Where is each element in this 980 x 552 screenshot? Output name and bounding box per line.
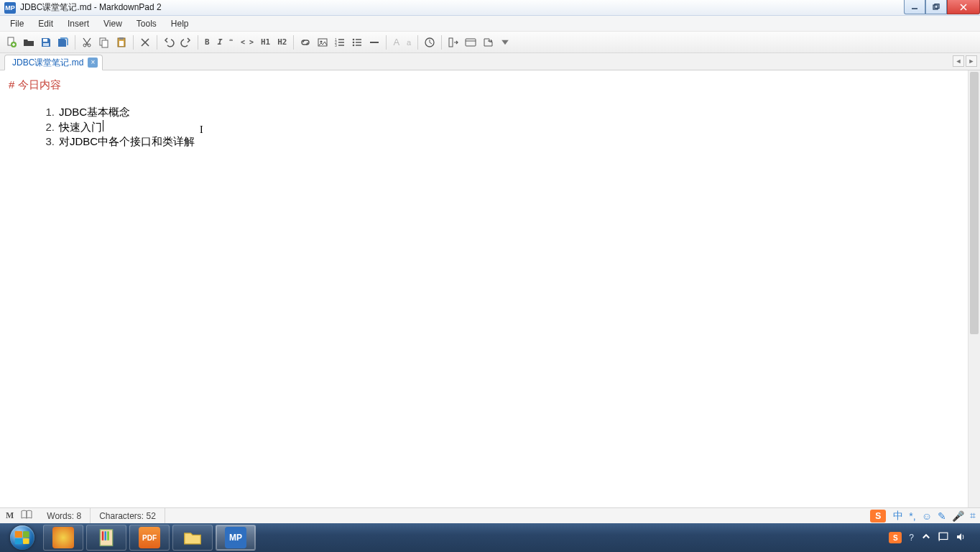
words-value: 8 bbox=[76, 511, 81, 521]
toolbar-separator bbox=[386, 35, 387, 50]
toolbar: B I ❝ < > H1 H2 123 A a bbox=[0, 32, 980, 53]
timestamp-button[interactable] bbox=[422, 34, 438, 50]
start-button[interactable] bbox=[3, 523, 42, 552]
tray-flag-icon[interactable] bbox=[938, 532, 948, 544]
ime-punct-button[interactable]: *, bbox=[909, 510, 915, 522]
ime-voice-button[interactable]: 🎤 bbox=[952, 510, 964, 522]
markdown-mode-icon[interactable]: M bbox=[6, 510, 14, 521]
minimize-button[interactable] bbox=[904, 0, 925, 14]
chars-value: 52 bbox=[147, 511, 156, 521]
tray-arrow-icon[interactable] bbox=[921, 532, 931, 544]
ime-lang-button[interactable]: 中 bbox=[893, 510, 903, 523]
list-item: 2. 快速入门 bbox=[33, 120, 971, 134]
svg-rect-10 bbox=[43, 43, 49, 46]
tray-volume-icon[interactable] bbox=[956, 532, 966, 544]
delete-button[interactable] bbox=[137, 34, 153, 50]
link-button[interactable] bbox=[297, 34, 313, 50]
menu-tools[interactable]: Tools bbox=[129, 17, 164, 30]
code-button[interactable]: < > bbox=[238, 34, 256, 50]
hr-button[interactable] bbox=[366, 34, 382, 50]
new-file-button[interactable] bbox=[4, 34, 19, 50]
list-number: 1. bbox=[33, 105, 55, 119]
undo-button[interactable] bbox=[161, 34, 177, 50]
menu-edit[interactable]: Edit bbox=[31, 17, 60, 30]
svg-rect-47 bbox=[939, 533, 948, 539]
words-label: Words: bbox=[47, 511, 74, 521]
h2-button[interactable]: H2 bbox=[274, 34, 290, 50]
list-number: 2. bbox=[33, 120, 55, 134]
ime-emoji-button[interactable]: ☺ bbox=[922, 510, 932, 522]
h1-button[interactable]: H1 bbox=[258, 34, 273, 50]
toolbar-separator bbox=[133, 35, 134, 50]
editor-area[interactable]: # 今日内容 1. JDBC基本概念 2. 快速入门 3. 对JDBC中各个接口… bbox=[0, 70, 980, 507]
menu-insert[interactable]: Insert bbox=[60, 17, 96, 30]
tab-scroll-right[interactable]: ► bbox=[966, 55, 977, 67]
taskbar-item-markdownpad[interactable]: MP bbox=[216, 525, 256, 551]
preview-browser-button[interactable] bbox=[463, 34, 479, 50]
menu-file[interactable]: File bbox=[3, 17, 31, 30]
sogou-ime-icon[interactable]: S bbox=[870, 510, 886, 523]
dropdown-icon[interactable] bbox=[497, 34, 513, 50]
cut-button[interactable] bbox=[79, 34, 95, 50]
heading-prefix: # bbox=[9, 78, 18, 91]
svg-rect-45 bbox=[105, 531, 107, 540]
list-number: 3. bbox=[33, 134, 55, 149]
book-icon[interactable] bbox=[21, 510, 32, 522]
taskbar-item-explorer[interactable] bbox=[172, 525, 213, 551]
bold-button[interactable]: B bbox=[202, 34, 213, 50]
toolbar-separator bbox=[441, 35, 442, 50]
paste-button[interactable] bbox=[114, 34, 129, 50]
menubar: File Edit Insert View Tools Help bbox=[0, 16, 980, 32]
ime-handwrite-button[interactable]: ✎ bbox=[938, 510, 946, 522]
list-item: 3. 对JDBC中各个接口和类详解 bbox=[33, 134, 971, 149]
tray-sogou-icon[interactable]: S bbox=[889, 532, 902, 543]
svg-rect-46 bbox=[107, 531, 109, 540]
svg-line-39 bbox=[430, 42, 432, 44]
statusbar: M Words: 8 Characters: 52 S 中 *, ☺ ✎ 🎤 ⌗ bbox=[0, 507, 980, 523]
svg-point-31 bbox=[353, 41, 355, 43]
tray-help-icon[interactable]: ? bbox=[909, 533, 914, 543]
taskbar-item-pdf[interactable]: PDF bbox=[129, 525, 170, 551]
save-button[interactable] bbox=[38, 34, 54, 50]
app-icon: MP bbox=[4, 2, 16, 14]
copy-button[interactable] bbox=[96, 34, 112, 50]
maximize-button[interactable] bbox=[925, 0, 947, 14]
taskbar-item-paint[interactable] bbox=[86, 525, 126, 551]
tab-close-button[interactable]: × bbox=[88, 58, 98, 68]
italic-button[interactable]: I bbox=[214, 34, 225, 50]
heading-text: 今日内容 bbox=[18, 78, 61, 91]
scrollbar-thumb[interactable] bbox=[970, 72, 979, 334]
ime-keyboard-button[interactable]: ⌗ bbox=[970, 510, 976, 522]
redo-button[interactable] bbox=[178, 34, 194, 50]
export-button[interactable] bbox=[480, 34, 496, 50]
toolbar-separator bbox=[417, 35, 418, 50]
taskbar: PDF MP S ? bbox=[0, 523, 980, 552]
taskbar-item-app1[interactable] bbox=[43, 525, 83, 551]
quote-button[interactable]: ❝ bbox=[226, 34, 236, 50]
svg-rect-9 bbox=[43, 39, 47, 42]
scrollbar[interactable] bbox=[968, 70, 980, 507]
font-decrease-button[interactable]: a bbox=[404, 34, 414, 50]
chars-cell: Characters: 52 bbox=[91, 508, 165, 523]
menu-help[interactable]: Help bbox=[164, 17, 196, 30]
text-cursor bbox=[103, 120, 103, 132]
tab-active[interactable]: JDBC课堂笔记.md × bbox=[4, 55, 103, 70]
ordered-list-button[interactable]: 123 bbox=[332, 34, 348, 50]
save-all-button[interactable] bbox=[55, 34, 71, 50]
list: 1. JDBC基本概念 2. 快速入门 3. 对JDBC中各个接口和类详解 bbox=[33, 105, 971, 149]
unordered-list-button[interactable] bbox=[349, 34, 365, 50]
toggle-preview-button[interactable] bbox=[445, 34, 461, 50]
tab-scroll-left[interactable]: ◄ bbox=[953, 55, 964, 67]
image-button[interactable] bbox=[315, 34, 330, 50]
svg-rect-40 bbox=[449, 38, 453, 47]
font-increase-button[interactable]: A bbox=[390, 34, 402, 50]
open-file-button[interactable] bbox=[21, 34, 37, 50]
menu-view[interactable]: View bbox=[96, 17, 129, 30]
ibeam-icon: I bbox=[200, 124, 203, 137]
close-button[interactable] bbox=[947, 0, 980, 14]
toolbar-separator bbox=[157, 35, 157, 50]
svg-rect-41 bbox=[466, 39, 476, 46]
toolbar-separator bbox=[75, 35, 75, 50]
tabstrip: JDBC课堂笔记.md × ◄ ► bbox=[0, 53, 980, 70]
toolbar-separator bbox=[293, 35, 294, 50]
